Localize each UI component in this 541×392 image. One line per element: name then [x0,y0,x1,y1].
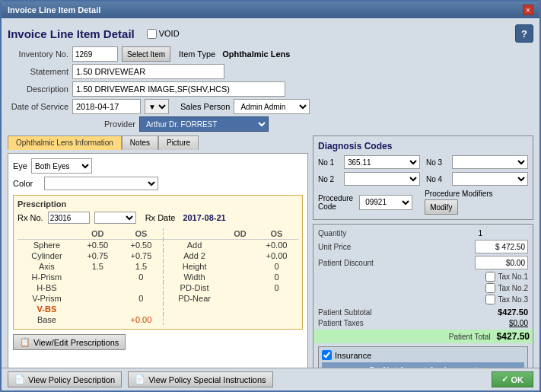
void-checkbox-row: VOID [147,29,180,39]
diagnosis-box: Diagnosis Codes No 1 365.11 No 3 No 2 No… [313,135,533,220]
tax1-row: Tax No.1 [485,272,528,282]
unit-price-row: Unit Price [318,240,528,253]
patient-total-label: Patient Total [449,333,491,341]
empty-od2 [225,314,255,325]
rx-no-select[interactable] [94,212,136,224]
item-type-label: Item Type [179,49,215,59]
statement-row: Statement [8,64,533,79]
cylinder-label: Cylinder [18,250,76,261]
tab-content: Eye Both Eyes Color Prescription Rx No. [8,153,308,368]
col-os-header: OS [119,228,164,240]
table-row: Cylinder +0.75 +0.75 Add 2 +0.00 [18,250,298,261]
billing-box: Quantity 1 Unit Price Patient Discount [313,224,533,368]
eye-select[interactable]: Both Eyes [31,158,92,174]
no3-select[interactable] [452,155,528,169]
item-type-value: Ophthalmic Lens [222,49,290,59]
no4-select[interactable] [452,172,528,186]
close-button[interactable]: × [523,5,533,15]
add2-od [225,250,255,261]
sphere-od: +0.50 [76,240,119,251]
void-checkbox[interactable] [147,29,157,39]
provider-select[interactable]: Arthur Dr. FORREST [139,116,269,132]
void-label: VOID [159,29,180,38]
patient-subtotal-label: Patient Subtotal [318,308,372,317]
vbs-label: V-BS [18,304,76,314]
patient-total-value: $427.50 [497,331,530,342]
rx-no-input[interactable] [48,212,90,224]
tab-notes[interactable]: Notes [122,135,158,150]
ok-button[interactable]: ✓ OK [492,371,534,387]
view-edit-label: View/Edit Prescriptions [33,338,119,347]
help-button[interactable]: ? [515,24,533,43]
procedure-modifiers-col: Procedure Modifiers Modify [425,190,492,215]
statement-input[interactable] [72,64,224,79]
add2-os: +0.00 [255,250,298,261]
patient-discount-row: Patient Discount [318,256,528,269]
prescription-icon: 📋 [20,337,30,347]
do-not-accept-button[interactable]: Do Not Accept Assignment [322,362,524,368]
no1-label: No 1 [318,158,338,167]
description-input[interactable] [72,81,285,97]
hprism-od [76,272,119,282]
tax-checkboxes: Tax No.1 Tax No.2 Tax No.3 [318,272,528,306]
pdnear-os [255,293,298,304]
color-select[interactable] [44,177,158,190]
insurance-checkbox[interactable] [322,350,332,360]
patient-discount-label: Patient Discount [318,259,374,267]
date-dropdown[interactable]: ▼ [145,99,169,114]
table-row: Base +0.00 [18,314,298,325]
hprism-os: 0 [119,272,164,282]
procedure-row: ProcedureCode 09921 Procedure Modifiers … [318,190,528,215]
color-row: Color [13,177,303,190]
tax2-checkbox[interactable] [485,283,495,293]
empty-os [255,304,298,314]
view-edit-prescriptions-button[interactable]: 📋 View/Edit Prescriptions [13,334,126,350]
base-od [76,314,119,325]
no1-select[interactable]: 365.11 [344,155,420,169]
inventory-input[interactable] [72,46,118,62]
page-title: Invoice Line Item Detail [8,27,135,40]
procedure-code-select[interactable]: 09921 [359,195,412,210]
date-input[interactable] [72,99,141,114]
height-od [225,261,255,272]
table-row: V-BS [18,304,298,314]
no2-label: No 2 [318,175,338,183]
diagnosis-grid: No 1 365.11 No 3 No 2 No 4 [318,155,528,186]
title-bar: Invoice Line Item Detail × [2,2,539,18]
tax1-label: Tax No.1 [498,272,528,281]
hbs-od [76,282,119,293]
patient-subtotal-value: $427.50 [475,308,528,317]
sales-person-label: Sales Person [180,102,230,111]
unit-price-input[interactable] [475,240,528,253]
table-row: H-Prism 0 Width 0 [18,272,298,282]
patient-discount-input[interactable] [475,256,528,269]
sales-person-select[interactable]: Admin Admin [234,99,310,114]
axis-od: 1.5 [76,261,119,272]
table-row: H-BS PD-Dist 0 [18,282,298,293]
pdnear-label: PD-Near [164,293,226,304]
table-row: V-Prism 0 PD-Near [18,293,298,304]
view-policy-button[interactable]: 📄 View Policy Description [8,371,122,387]
tab-picture[interactable]: Picture [158,135,199,150]
pdnear-od [225,293,255,304]
axis-label: Axis [18,261,76,272]
quantity-value: 1 [429,229,482,237]
empty-label2 [164,314,226,325]
tab-ophthalmic-lens[interactable]: Ophthalmic Lens Information [8,135,122,150]
no2-select[interactable] [344,172,420,186]
date-label: Date of Service [8,102,68,111]
vprism-od [76,293,119,304]
tax3-row: Tax No.3 [485,295,528,304]
insurance-check-row: Insurance [322,350,524,360]
tax3-checkbox[interactable] [485,295,495,304]
tax1-checkbox[interactable] [485,272,495,282]
description-row: Description [8,81,533,97]
view-special-button[interactable]: 📄 View Policy Special Instructions [128,371,272,387]
quantity-row: Quantity 1 [318,229,528,237]
modify-button[interactable]: Modify [425,199,457,215]
add2-label: Add 2 [164,250,226,261]
quantity-label: Quantity [318,229,346,237]
prescription-box: Prescription Rx No. Rx Date 2017-08-21 [13,195,303,330]
cylinder-od: +0.75 [76,250,119,261]
select-item-button[interactable]: Select Item [122,46,170,62]
